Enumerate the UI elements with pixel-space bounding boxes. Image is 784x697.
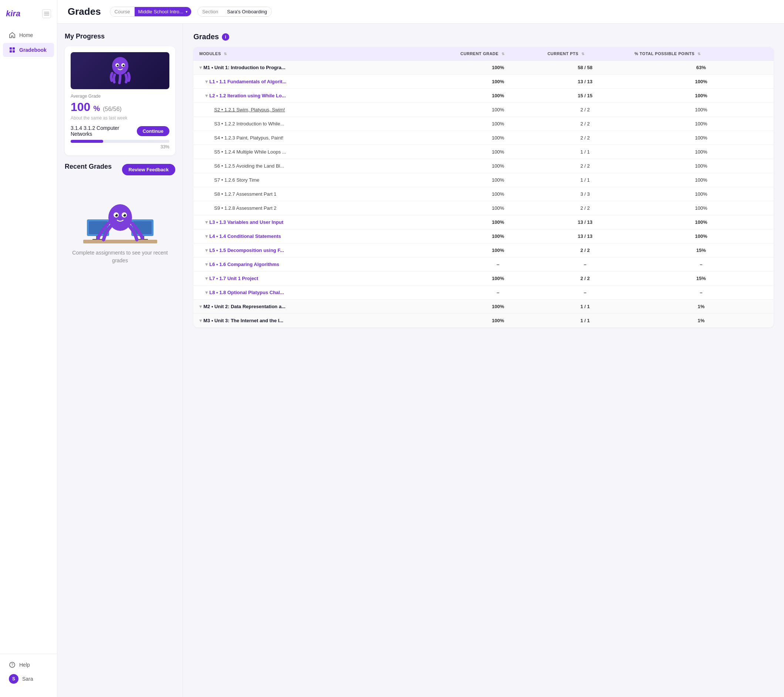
svg-rect-22 — [83, 240, 157, 243]
sidebar-item-help[interactable]: ? Help — [3, 659, 54, 671]
section-filter: Section Sara's Onboarding — [198, 7, 272, 17]
pts-value: – — [583, 290, 586, 295]
expand-icon[interactable]: ▾ — [205, 261, 208, 267]
table-row: ▾L4 • 1.4 Conditional Statements100%13 /… — [193, 230, 774, 243]
sidebar-item-gradebook-label: Gradebook — [19, 47, 46, 53]
sidebar-item-home-label: Home — [19, 32, 33, 38]
col-modules[interactable]: MODULES ⇅ — [193, 47, 455, 61]
pts-value: 2 / 2 — [580, 121, 590, 127]
pct-cell: 1% — [629, 314, 774, 328]
module-cell: S3 • 1.2.2 Introduction to While... — [193, 117, 455, 131]
col-pct-total[interactable]: % TOTAL POSSIBLE POINTS ⇅ — [629, 47, 774, 61]
table-row: S2 • 1.2.1 Swim, Platypus, Swim!100%2 / … — [193, 103, 774, 117]
grade-value: 100% — [492, 233, 504, 239]
user-name: Sara — [22, 676, 33, 682]
grade-cell: 100% — [455, 187, 542, 201]
pct-cell: 100% — [629, 187, 774, 201]
module-cell: S2 • 1.2.1 Swim, Platypus, Swim! — [193, 103, 455, 117]
pct-value: 63% — [696, 65, 706, 70]
sidebar-item-user[interactable]: S Sara — [3, 671, 54, 687]
module-name: S4 • 1.2.3 Paint, Platypus, Paint! — [214, 135, 283, 140]
pts-value: 1 / 1 — [580, 304, 590, 309]
review-feedback-button[interactable]: Review Feedback — [122, 164, 175, 175]
pts-cell: 2 / 2 — [542, 103, 628, 117]
average-grade-row: Average Grade — [71, 94, 170, 99]
expand-icon[interactable]: ▾ — [205, 220, 208, 225]
module-cell: S7 • 1.2.6 Story Time — [193, 173, 455, 187]
pts-cell: – — [542, 258, 628, 272]
pct-value: 1% — [697, 304, 705, 309]
content-area: My Progress — [57, 24, 784, 697]
expand-icon[interactable]: ▾ — [205, 79, 208, 84]
course-filter-value[interactable]: Middle School Intro... ▾ — [135, 7, 191, 16]
pct-cell: 100% — [629, 230, 774, 243]
grade-cell: 100% — [455, 314, 542, 328]
pts-value: 1 / 1 — [580, 149, 590, 155]
module-link[interactable]: S2 • 1.2.1 Swim, Platypus, Swim! — [214, 107, 285, 112]
right-panel: Grades i MODULES ⇅ CURRENT GRADE ⇅ — [183, 24, 784, 697]
average-value: 100 — [71, 100, 90, 114]
pts-cell: 2 / 2 — [542, 117, 628, 131]
pts-value: 2 / 2 — [580, 276, 590, 281]
pts-cell: 1 / 1 — [542, 300, 628, 314]
grade-value: 100% — [492, 79, 504, 84]
grade-cell: – — [455, 258, 542, 272]
pts-cell: 1 / 1 — [542, 314, 628, 328]
module-name: ▾L3 • 1.3 Variables and User Input — [205, 220, 283, 225]
expand-icon[interactable]: ▾ — [199, 318, 202, 323]
table-header: MODULES ⇅ CURRENT GRADE ⇅ CURRENT PTS ⇅ — [193, 47, 774, 61]
continue-button[interactable]: Continue — [137, 126, 170, 136]
svg-rect-2 — [44, 15, 49, 15]
logo-area: kira — [0, 6, 57, 27]
expand-icon[interactable]: ▾ — [205, 93, 208, 98]
sort-pct-icon: ⇅ — [697, 52, 701, 56]
table-row: ▾L2 • 1.2 Iteration using While Lo...100… — [193, 89, 774, 103]
module-cell: ▾L1 • 1.1 Fundamentals of Algorit... — [193, 75, 455, 89]
empty-state-text: Complete assignments to see your recent … — [65, 249, 175, 264]
table-row: ▾L5 • 1.5 Decomposition using F...100%2 … — [193, 243, 774, 258]
table-row: ▾M1 • Unit 1: Introduction to Progra...1… — [193, 61, 774, 75]
grade-cell: 100% — [455, 201, 542, 215]
table-body: ▾M1 • Unit 1: Introduction to Progra...1… — [193, 61, 774, 328]
continue-label: 3.1.4 3.1.2 Computer Networks — [71, 125, 137, 137]
pct-value: 100% — [695, 205, 707, 211]
grade-cell: 100% — [455, 61, 542, 75]
module-cell: S5 • 1.2.4 Multiple While Loops ... — [193, 145, 455, 159]
expand-icon[interactable]: ▾ — [199, 304, 202, 309]
expand-icon[interactable]: ▾ — [205, 233, 208, 239]
grade-cell: 100% — [455, 131, 542, 145]
pct-value: 15% — [696, 276, 706, 281]
expand-icon[interactable]: ▾ — [205, 248, 208, 253]
col-current-pts[interactable]: CURRENT PTS ⇅ — [542, 47, 628, 61]
pts-cell: 2 / 2 — [542, 201, 628, 215]
grade-value: 100% — [492, 205, 504, 211]
svg-point-29 — [123, 214, 124, 215]
module-name: ▾L6 • 1.6 Comparing Algorithms — [205, 261, 279, 267]
course-filter[interactable]: Course Middle School Intro... ▾ — [110, 7, 191, 17]
col-current-grade[interactable]: CURRENT GRADE ⇅ — [455, 47, 542, 61]
module-cell: ▾L5 • 1.5 Decomposition using F... — [193, 243, 455, 258]
module-name: ▾M3 • Unit 3: The Internet and the I... — [199, 318, 283, 323]
pct-cell: 100% — [629, 215, 774, 230]
sidebar-item-gradebook[interactable]: Gradebook — [3, 43, 54, 57]
table-row: S5 • 1.2.4 Multiple While Loops ...100%1… — [193, 145, 774, 159]
sidebar-item-home[interactable]: Home — [3, 28, 54, 42]
module-cell: ▾M3 • Unit 3: The Internet and the I... — [193, 314, 455, 328]
svg-rect-1 — [44, 13, 49, 14]
pts-cell: 2 / 2 — [542, 159, 628, 173]
module-name: S3 • 1.2.2 Introduction to While... — [214, 121, 284, 127]
module-cell: ▾L7 • 1.7 Unit 1 Project — [193, 272, 455, 286]
expand-icon[interactable]: ▾ — [205, 276, 208, 281]
table-row: S9 • 1.2.8 Assessment Part 2100%2 / 2100… — [193, 201, 774, 215]
sidebar-toggle[interactable] — [42, 9, 51, 18]
expand-icon[interactable]: ▾ — [199, 65, 202, 70]
pct-cell: 100% — [629, 145, 774, 159]
grades-title: Grades — [193, 33, 219, 41]
grade-cell: 100% — [455, 230, 542, 243]
module-name: S2 • 1.2.1 Swim, Platypus, Swim! — [214, 107, 285, 112]
table-row: ▾L7 • 1.7 Unit 1 Project100%2 / 215% — [193, 272, 774, 286]
expand-icon[interactable]: ▾ — [205, 290, 208, 295]
pts-cell: 3 / 3 — [542, 187, 628, 201]
grades-info-icon[interactable]: i — [222, 33, 229, 41]
table-row: ▾L8 • 1.8 Optional Platypus Chal...––– — [193, 286, 774, 300]
